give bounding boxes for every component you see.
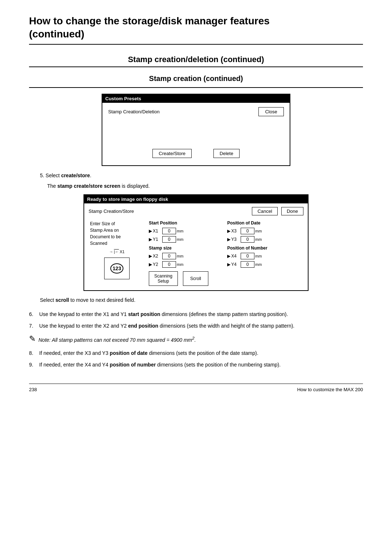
- position-of-date-title: Position of Date: [227, 220, 301, 226]
- x4-label: X4: [231, 254, 239, 259]
- scanning-setup-button[interactable]: ScanningSetup: [149, 271, 178, 286]
- y3-input[interactable]: [241, 236, 254, 243]
- custom-presets-dialog: Custom Presets Stamp Creation/Deletion C…: [102, 94, 290, 166]
- cancel-button[interactable]: Cancel: [252, 207, 277, 215]
- custom-presets-top-row: Stamp Creation/Deletion Close: [108, 107, 284, 116]
- ready-dialog-top-row: Stamp Creation/Store Cancel Done: [89, 207, 303, 215]
- y2-unit: mm: [177, 262, 183, 267]
- numbered-list-2: 8. If needed, enter the X3 and Y3 positi…: [29, 349, 363, 369]
- ready-dialog: Ready to store image on floppy disk Stam…: [83, 194, 309, 291]
- step6-bold: start position: [128, 311, 160, 317]
- stamp-preview-area: →|← X1 123: [90, 250, 144, 279]
- page-footer: 238 How to customize the MAX 200: [29, 384, 363, 392]
- footer-page-number: 238: [29, 387, 37, 392]
- ready-dialog-header: Ready to store image on floppy disk: [84, 195, 308, 203]
- y4-unit: mm: [255, 262, 262, 267]
- step8-suffix: dimensions (sets the position of the dat…: [148, 350, 258, 356]
- x1-arrow-label: →|← X1: [109, 250, 124, 254]
- form-area: Enter Size ofStamp Area onDocument to be…: [89, 219, 303, 287]
- step9-num: 9.: [29, 361, 33, 369]
- x2-arrow: ▶: [149, 254, 152, 259]
- x3-label: X3: [231, 228, 239, 234]
- x2-input[interactable]: [162, 253, 176, 259]
- subsection-title-area: Stamp creation (continued): [29, 74, 363, 88]
- step9-prefix: If needed, enter the X4 and Y4: [39, 362, 110, 368]
- scroll-button[interactable]: Scroll: [183, 271, 208, 286]
- form-right-col: Position of Date ▶ X3 mm ▶ Y3 mm Positio…: [225, 219, 303, 287]
- x4-input[interactable]: [241, 253, 254, 259]
- page-title: How to change the storage/disk manager f…: [29, 15, 363, 45]
- title-line2: (continued): [29, 28, 84, 40]
- step9-item: 9. If needed, enter the X4 and Y4 positi…: [29, 361, 363, 369]
- step7-num: 7.: [29, 322, 33, 330]
- step7-bold: end position: [128, 323, 158, 329]
- step6-prefix: Use the keypad to enter the X1 and Y1: [39, 311, 128, 317]
- step5-desc-suffix: is displayed.: [121, 183, 150, 189]
- section-title-area: Stamp creation/deletion (continued): [29, 55, 363, 67]
- x4-row: ▶ X4 mm: [227, 253, 301, 259]
- note-suffix: .: [195, 337, 196, 343]
- y4-arrow: ▶: [227, 262, 230, 267]
- x1-unit: mm: [177, 229, 183, 233]
- step5-text: 5. Select create/store.: [40, 173, 363, 178]
- delete-button[interactable]: Delete: [213, 149, 240, 158]
- x1-row: ▶ X1 mm: [149, 228, 223, 234]
- stamp-preview: 123: [104, 258, 130, 279]
- subsection-title: Stamp creation (continued): [29, 74, 363, 83]
- custom-presets-bottom-row: Create/Store Delete: [108, 149, 284, 161]
- y1-input[interactable]: [162, 236, 176, 243]
- x4-unit: mm: [255, 254, 262, 258]
- x1-input[interactable]: [162, 228, 176, 234]
- stamp-area-label: Enter Size ofStamp Area onDocument to be…: [90, 220, 144, 247]
- note-text: Note: All stamp patterns can not exceed …: [38, 335, 196, 344]
- x3-row: ▶ X3 mm: [227, 228, 301, 234]
- x3-arrow: ▶: [227, 229, 230, 234]
- form-middle-col: Start Position ▶ X1 mm ▶ Y1 mm Stamp siz…: [147, 219, 225, 287]
- y1-row: ▶ Y1 mm: [149, 236, 223, 243]
- x3-input[interactable]: [241, 228, 254, 234]
- step7-item: 7. Use the keypad to enter the X2 and Y2…: [29, 322, 363, 330]
- step5-desc-bold: stamp create/store screen: [57, 183, 121, 189]
- ready-dialog-label: Stamp Creation/Store: [89, 208, 134, 214]
- step6-suffix: dimensions (defines the stamp pattern st…: [160, 311, 288, 317]
- step5-bold: create/store: [61, 173, 90, 178]
- dialog-spacer: [108, 120, 284, 149]
- close-button[interactable]: Close: [258, 107, 284, 116]
- ready-dialog-btn-group: Cancel Done: [252, 207, 303, 215]
- y4-input[interactable]: [241, 261, 254, 268]
- step8-prefix: If needed, enter the X3 and Y3: [39, 350, 110, 356]
- y2-input[interactable]: [162, 261, 176, 268]
- start-position-title: Start Position: [149, 220, 223, 226]
- bottom-btn-row: ScanningSetup Scroll: [149, 271, 223, 286]
- x1-arrow: ▶: [149, 229, 152, 234]
- y4-row: ▶ Y4 mm: [227, 261, 301, 268]
- step8-num: 8.: [29, 349, 33, 357]
- step9-bold: position of number: [110, 362, 156, 368]
- x3-unit: mm: [255, 229, 262, 233]
- form-left-col: Enter Size ofStamp Area onDocument to be…: [89, 219, 147, 287]
- y1-arrow: ▶: [149, 237, 152, 242]
- title-line1: How to change the storage/disk manager f…: [29, 15, 270, 27]
- custom-presets-body: Stamp Creation/Deletion Close Create/Sto…: [102, 103, 290, 165]
- x2-label: X2: [153, 254, 161, 259]
- numbered-list: 6. Use the keypad to enter the X1 and Y1…: [29, 310, 363, 330]
- create-store-button[interactable]: Create/Store: [152, 149, 192, 158]
- scroll-note: Select scroll to move to next desired fi…: [40, 296, 363, 304]
- note-main-text: Note: All stamp patterns can not exceed …: [38, 337, 192, 343]
- y1-label: Y1: [153, 237, 161, 242]
- y3-unit: mm: [255, 237, 262, 242]
- step8-bold: position of date: [110, 350, 147, 356]
- x2-unit: mm: [177, 254, 183, 258]
- y2-row: ▶ Y2 mm: [149, 261, 223, 268]
- y1-unit: mm: [177, 237, 183, 242]
- y2-label: Y2: [153, 262, 161, 267]
- step6-num: 6.: [29, 310, 33, 318]
- ready-dialog-body: Stamp Creation/Store Cancel Done Enter S…: [84, 203, 308, 290]
- done-button[interactable]: Done: [281, 207, 303, 215]
- stamp-preview-label: 123: [110, 263, 123, 274]
- custom-presets-header: Custom Presets: [102, 94, 290, 103]
- step5-prefix: 5. Select: [40, 173, 61, 178]
- step8-item: 8. If needed, enter the X3 and Y3 positi…: [29, 349, 363, 357]
- y3-row: ▶ Y3 mm: [227, 236, 301, 243]
- y4-label: Y4: [231, 262, 239, 267]
